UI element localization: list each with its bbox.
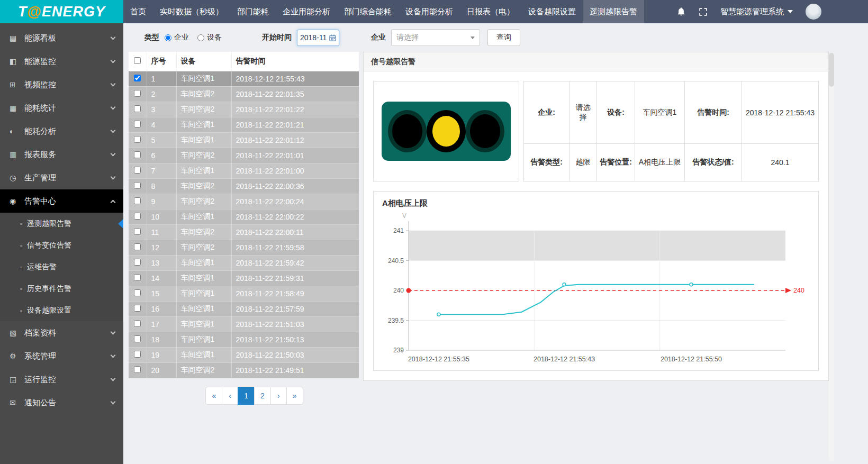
search-button[interactable]: 查询 (487, 29, 520, 46)
row-checkbox[interactable] (134, 167, 141, 174)
row-checkbox[interactable] (134, 366, 141, 373)
table-row[interactable]: 17车间空调12018-11-22 21:51:03 (129, 317, 359, 332)
row-checkbox[interactable] (134, 305, 141, 312)
row-checkbox[interactable] (134, 351, 141, 358)
row-checkbox[interactable] (134, 105, 141, 112)
start-time-input[interactable] (300, 33, 329, 42)
nav-item[interactable]: 企业用能分析 (276, 0, 337, 23)
sidebar-item-label: 系统管理 (24, 351, 111, 361)
brand-logo[interactable]: T@ENERGY (0, 0, 123, 23)
system-name-menu[interactable]: 智慧能源管理系统 (720, 7, 793, 17)
table-row[interactable]: 10车间空调12018-11-22 22:00:22 (129, 210, 359, 225)
row-checkbox[interactable] (134, 259, 141, 266)
type-radio-company[interactable]: 企业 (165, 33, 189, 42)
table-row[interactable]: 14车间空调12018-11-22 21:59:31 (129, 271, 359, 286)
user-avatar[interactable] (806, 4, 821, 20)
row-checkbox[interactable] (134, 320, 141, 327)
notifications-bell-icon[interactable] (676, 7, 686, 16)
table-row[interactable]: 20车间空调22018-11-22 21:49:51 (129, 363, 359, 378)
select-all-checkbox[interactable] (134, 57, 141, 64)
scrollbar-thumb[interactable] (829, 53, 834, 87)
row-checkbox[interactable] (134, 136, 141, 143)
nav-item[interactable]: 设备越限设置 (521, 0, 583, 23)
table-row[interactable]: 12车间空调22018-11-22 21:59:58 (129, 240, 359, 256)
row-checkbox[interactable] (134, 151, 141, 158)
sidebar-item-system[interactable]: ⚙系统管理 (0, 344, 123, 368)
row-checkbox[interactable] (134, 335, 141, 342)
table-row[interactable]: 5车间空调12018-11-22 22:01:12 (129, 133, 359, 148)
nav-item[interactable]: 遥测越限告警 (583, 0, 644, 23)
table-row[interactable]: 16车间空调12018-11-22 21:57:59 (129, 302, 359, 317)
device-radio-label: 设备 (207, 33, 222, 42)
nav-item[interactable]: 实时数据（秒级） (153, 0, 230, 23)
sidebar-subitem[interactable]: ▫运维告警 (0, 256, 123, 278)
nav-item[interactable]: 日报表（电） (460, 0, 521, 23)
row-checkbox[interactable] (134, 228, 141, 235)
row-checkbox[interactable] (134, 289, 141, 296)
row-checkbox[interactable] (134, 90, 141, 97)
row-no: 17 (147, 317, 176, 332)
sidebar-item-archive[interactable]: ▧档案资料 (0, 321, 123, 344)
device-radio-input[interactable] (197, 34, 204, 41)
subitem-icon: ▫ (20, 286, 22, 292)
row-checkbox[interactable] (134, 75, 141, 81)
info-value: 越限 (569, 144, 597, 181)
company-select[interactable]: 请选择 (391, 29, 480, 46)
page-button[interactable]: « (205, 387, 222, 405)
sidebar-item-run[interactable]: ◲运行监控 (0, 368, 123, 391)
sidebar-item-production[interactable]: ◷生产管理 (0, 166, 123, 189)
table-row[interactable]: 13车间空调12018-11-22 21:59:42 (129, 256, 359, 271)
sidebar-subitem[interactable]: ▫信号变位告警 (0, 234, 123, 256)
sidebar-subitem-label: 遥测越限告警 (27, 219, 71, 229)
sidebar-item-monitor[interactable]: ◧能源监控 (0, 50, 123, 73)
table-row[interactable]: 8车间空调22018-11-22 22:00:36 (129, 179, 359, 194)
page-button[interactable]: › (270, 387, 287, 405)
sidebar-item-report[interactable]: ▥报表服务 (0, 143, 123, 166)
sidebar-item-stats[interactable]: ▦能耗统计 (0, 96, 123, 120)
nav-item[interactable]: 设备用能分析 (399, 0, 460, 23)
calendar-icon[interactable] (329, 34, 337, 42)
type-radio-device[interactable]: 设备 (197, 33, 222, 42)
row-checkbox[interactable] (134, 182, 141, 189)
row-checkbox[interactable] (134, 274, 141, 281)
page-button[interactable]: » (286, 387, 303, 405)
fullscreen-icon[interactable] (699, 7, 708, 16)
row-checkbox[interactable] (134, 213, 141, 220)
table-row[interactable]: 9车间空调22018-11-22 22:00:24 (129, 194, 359, 210)
row-checkbox[interactable] (134, 243, 141, 250)
table-row[interactable]: 15车间空调12018-11-22 21:58:49 (129, 286, 359, 302)
sidebar-subitem[interactable]: ▫设备越限设置 (0, 299, 123, 321)
page-button[interactable]: ‹ (222, 387, 238, 405)
page-button[interactable]: 1 (238, 387, 255, 405)
table-row[interactable]: 2车间空调22018-11-22 22:01:35 (129, 87, 359, 102)
table-row[interactable]: 4车间空调12018-11-22 22:01:21 (129, 117, 359, 133)
row-device: 车间空调1 (176, 286, 231, 302)
table-row[interactable]: 1车间空调12018-12-12 21:55:43 (129, 71, 359, 87)
row-checkbox[interactable] (134, 121, 141, 128)
table-row[interactable]: 6车间空调22018-11-22 22:01:01 (129, 148, 359, 163)
row-checkbox[interactable] (134, 197, 141, 204)
sidebar-item-notice[interactable]: ✉通知公告 (0, 391, 123, 414)
chevron-down-icon (111, 128, 116, 133)
col-header-time: 告警时间 (231, 52, 359, 71)
sidebar-subitem[interactable]: ▫历史事件告警 (0, 278, 123, 299)
sidebar-item-alarm[interactable]: ◉告警中心 (0, 189, 123, 213)
nav-item[interactable]: 部门综合能耗 (337, 0, 399, 23)
nav-item[interactable]: 首页 (123, 0, 153, 23)
sidebar-item-video[interactable]: ⊞视频监控 (0, 73, 123, 96)
chart-title: A相电压上限 (382, 198, 811, 208)
table-row[interactable]: 19车间空调12018-11-22 21:50:03 (129, 348, 359, 363)
row-time: 2018-11-22 22:01:12 (231, 133, 359, 148)
scrollbar-track[interactable] (829, 53, 834, 462)
sidebar-subitem[interactable]: ▫遥测越限告警 (0, 213, 123, 234)
sidebar-item-analysis[interactable]: ◐能耗分析 (0, 120, 123, 143)
company-radio-input[interactable] (165, 34, 171, 41)
table-row[interactable]: 3车间空调22018-11-22 22:01:22 (129, 102, 359, 117)
table-row[interactable]: 11车间空调22018-11-22 22:00:11 (129, 225, 359, 240)
table-row[interactable]: 18车间空调12018-11-22 21:50:13 (129, 332, 359, 348)
table-row[interactable]: 7车间空调12018-11-22 22:01:00 (129, 163, 359, 179)
nav-item[interactable]: 部门能耗 (230, 0, 276, 23)
page-button[interactable]: 2 (254, 387, 271, 405)
sidebar-item-dashboard[interactable]: ▤能源看板 (0, 26, 123, 50)
row-no: 18 (147, 332, 176, 348)
